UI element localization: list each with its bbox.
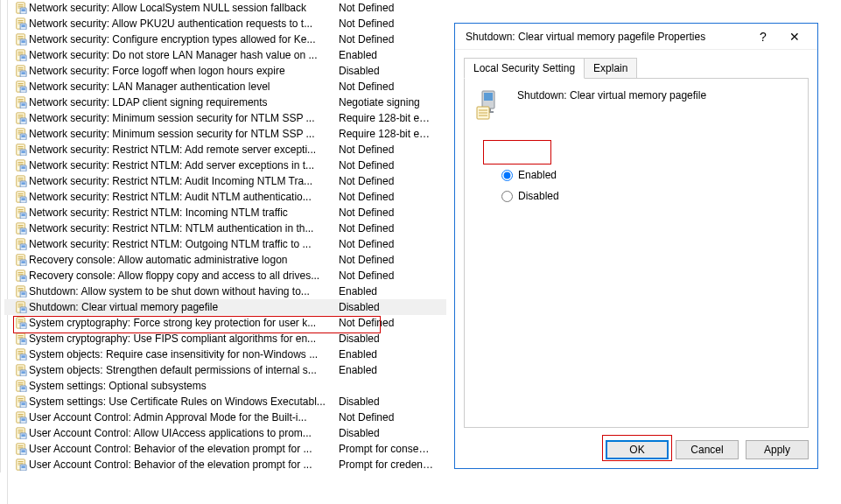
svg-rect-179 (21, 466, 25, 468)
svg-rect-181 (484, 93, 493, 101)
policy-icon (13, 175, 29, 187)
svg-rect-53 (21, 135, 25, 137)
dialog-title: Shutdown: Clear virtual memory pagefile … (466, 31, 747, 43)
policy-row[interactable]: User Account Control: Allow UIAccess app… (4, 425, 446, 441)
policy-row[interactable]: Network security: Restrict NTLM: Audit I… (4, 173, 446, 189)
svg-rect-119 (21, 308, 25, 311)
svg-rect-113 (21, 292, 25, 295)
policy-icon (13, 159, 29, 172)
policy-row[interactable]: User Account Control: Behavior of the el… (4, 457, 446, 472)
policy-name: Network security: Restrict NTLM: Incomin… (29, 206, 339, 219)
policy-row[interactable]: Network security: Force logoff when logo… (4, 63, 446, 79)
policy-row[interactable]: System settings: Use Certificate Rules o… (4, 394, 446, 410)
policy-value: Not Defined (339, 18, 435, 30)
svg-rect-155 (21, 402, 25, 405)
policy-row[interactable]: System cryptography: Use FIPS compliant … (4, 331, 446, 346)
policy-row[interactable]: Network security: LDAP client signing re… (4, 94, 446, 110)
policy-row[interactable]: Network security: LAN Manager authentica… (4, 79, 446, 94)
policy-row[interactable]: Network security: Do not store LAN Manag… (4, 47, 446, 63)
policy-name: User Account Control: Admin Approval Mod… (29, 411, 339, 424)
policy-value: Disabled (339, 396, 435, 408)
policy-row[interactable]: Network security: Restrict NTLM: Add rem… (4, 142, 446, 158)
policy-icon (13, 254, 29, 266)
policy-row[interactable]: Network security: Allow LocalSystem NULL… (4, 0, 446, 16)
policy-icon (13, 222, 29, 234)
radio-disabled-row[interactable]: Disabled (501, 186, 797, 206)
policy-icon (13, 458, 29, 471)
policy-icon (13, 317, 29, 329)
policy-row[interactable]: Shutdown: Clear virtual memory pagefileD… (4, 299, 446, 315)
policy-row[interactable]: Shutdown: Allow system to be shut down w… (4, 284, 446, 299)
apply-button[interactable]: Apply (746, 440, 809, 459)
ok-button[interactable]: OK (606, 440, 669, 459)
radio-disabled[interactable] (501, 191, 513, 202)
cancel-button[interactable]: Cancel (676, 440, 739, 459)
policy-name: System settings: Optional subsystems (29, 380, 339, 392)
policy-icon (13, 348, 29, 360)
tab-explain[interactable]: Explain (585, 58, 637, 79)
policy-icon (13, 128, 29, 140)
radio-disabled-label: Disabled (518, 190, 559, 202)
policy-name: Network security: Configure encryption t… (29, 33, 339, 46)
radio-enabled-row[interactable]: Enabled (501, 164, 797, 186)
policy-name: Shutdown: Allow system to be shut down w… (29, 285, 339, 298)
dialog-tabs: Local Security Setting Explain (464, 57, 809, 78)
radio-enabled[interactable] (501, 170, 513, 181)
policy-row[interactable]: Network security: Restrict NTLM: Add ser… (4, 158, 446, 173)
policy-row[interactable]: Network security: Minimum session securi… (4, 126, 446, 142)
policy-row[interactable]: User Account Control: Admin Approval Mod… (4, 410, 446, 425)
policy-value: Enabled (339, 364, 435, 376)
policy-name: Network security: Restrict NTLM: Audit I… (29, 175, 339, 187)
policy-name: Shutdown: Clear virtual memory pagefile (29, 301, 339, 313)
policy-row[interactable]: Network security: Minimum session securi… (4, 110, 446, 126)
policy-list[interactable]: Network security: Allow LocalSystem NULL… (0, 0, 446, 472)
svg-rect-65 (21, 166, 25, 169)
svg-rect-101 (21, 261, 25, 263)
svg-rect-47 (21, 119, 25, 122)
svg-rect-131 (21, 340, 25, 342)
policy-value: Not Defined (339, 191, 435, 203)
policy-row[interactable]: User Account Control: Behavior of the el… (4, 441, 446, 457)
tab-local-security-setting[interactable]: Local Security Setting (464, 58, 585, 79)
svg-rect-11 (21, 24, 25, 27)
policy-row[interactable]: Network security: Configure encryption t… (4, 32, 446, 47)
policy-value: Require 128-bit encrypti... (339, 128, 435, 140)
dialog-titlebar[interactable]: Shutdown: Clear virtual memory pagefile … (455, 24, 817, 50)
policy-row[interactable]: System cryptography: Force strong key pr… (4, 315, 446, 331)
close-button[interactable]: ✕ (779, 25, 810, 48)
policy-row[interactable]: System settings: Optional subsystems (4, 378, 446, 394)
policy-large-icon (475, 89, 507, 121)
policy-value: Negotiate signing (339, 96, 435, 108)
policy-icon (13, 206, 29, 219)
policy-name: System cryptography: Force strong key pr… (29, 317, 339, 329)
policy-value: Not Defined (339, 270, 435, 282)
policy-name: System cryptography: Use FIPS compliant … (29, 332, 339, 345)
policy-row[interactable]: Network security: Allow PKU2U authentica… (4, 16, 446, 32)
policy-name: Network security: Minimum session securi… (29, 112, 339, 124)
policy-value: Not Defined (339, 206, 435, 219)
policy-row[interactable]: Network security: Restrict NTLM: Incomin… (4, 205, 446, 220)
policy-name: Network security: Do not store LAN Manag… (29, 49, 339, 61)
policy-row[interactable]: Network security: Restrict NTLM: NTLM au… (4, 220, 446, 236)
policy-row[interactable]: System objects: Require case insensitivi… (4, 346, 446, 362)
help-button[interactable]: ? (747, 25, 779, 48)
policy-row[interactable]: Network security: Restrict NTLM: Audit N… (4, 189, 446, 205)
policy-icon (13, 65, 29, 77)
radio-enabled-label: Enabled (518, 169, 557, 181)
policy-header: Shutdown: Clear virtual memory pagefile (475, 89, 797, 121)
policy-row[interactable]: System objects: Strengthen default permi… (4, 362, 446, 378)
policy-value: Not Defined (339, 254, 435, 266)
policy-row[interactable]: Recovery console: Allow automatic admini… (4, 252, 446, 268)
policy-value: Not Defined (339, 33, 435, 46)
dialog-button-row: OK Cancel Apply (606, 440, 809, 459)
policy-name: Recovery console: Allow automatic admini… (29, 254, 339, 266)
policy-name: Network security: Restrict NTLM: Outgoin… (29, 238, 339, 250)
policy-row[interactable]: Recovery console: Allow floppy copy and … (4, 268, 446, 284)
policy-row[interactable]: Network security: Restrict NTLM: Outgoin… (4, 236, 446, 252)
svg-rect-149 (21, 387, 25, 389)
policy-icon (13, 33, 29, 46)
radio-group: Enabled Disabled (501, 164, 797, 206)
svg-rect-173 (21, 450, 25, 452)
properties-dialog: Shutdown: Clear virtual memory pagefile … (454, 23, 818, 469)
policy-name: Network security: Force logoff when logo… (29, 65, 339, 77)
